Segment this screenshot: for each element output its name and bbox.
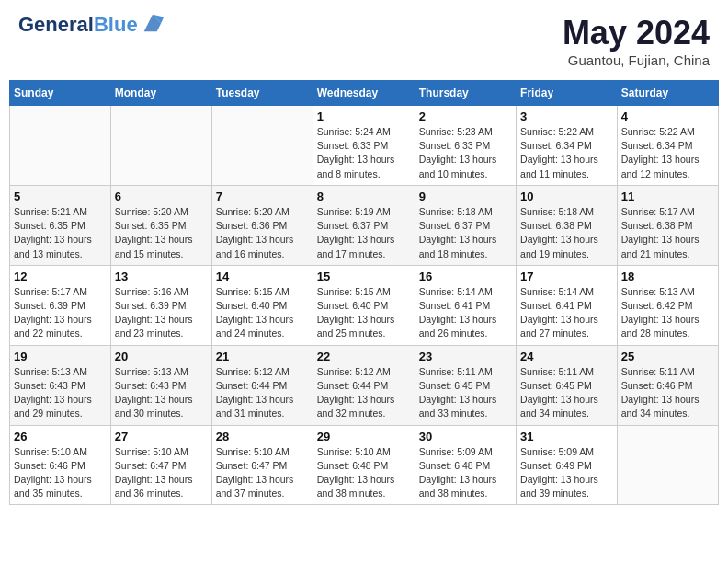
day-info: Sunrise: 5:21 AMSunset: 6:35 PMDaylight:… [14,205,107,261]
calendar-cell: 6Sunrise: 5:20 AMSunset: 6:35 PMDaylight… [110,185,211,265]
day-number: 24 [520,350,613,363]
day-info: Sunrise: 5:18 AMSunset: 6:37 PMDaylight:… [419,205,512,261]
calendar-cell: 5Sunrise: 5:21 AMSunset: 6:35 PMDaylight… [10,185,111,265]
calendar-cell: 29Sunrise: 5:10 AMSunset: 6:48 PMDayligh… [313,425,415,505]
day-number: 8 [317,190,411,203]
calendar-week-3: 12Sunrise: 5:17 AMSunset: 6:39 PMDayligh… [10,265,719,345]
calendar-cell: 7Sunrise: 5:20 AMSunset: 6:36 PMDaylight… [211,185,313,265]
day-info: Sunrise: 5:24 AMSunset: 6:33 PMDaylight:… [317,125,411,181]
day-info: Sunrise: 5:20 AMSunset: 6:36 PMDaylight:… [216,205,309,261]
calendar-cell: 18Sunrise: 5:13 AMSunset: 6:42 PMDayligh… [617,265,718,345]
calendar-cell: 26Sunrise: 5:10 AMSunset: 6:46 PMDayligh… [10,425,111,505]
calendar-body: 1Sunrise: 5:24 AMSunset: 6:33 PMDaylight… [10,106,719,505]
calendar-week-1: 1Sunrise: 5:24 AMSunset: 6:33 PMDaylight… [10,106,719,186]
calendar-cell: 3Sunrise: 5:22 AMSunset: 6:34 PMDaylight… [517,106,618,186]
calendar-week-2: 5Sunrise: 5:21 AMSunset: 6:35 PMDaylight… [10,185,719,265]
day-info: Sunrise: 5:12 AMSunset: 6:44 PMDaylight:… [216,365,309,421]
day-info: Sunrise: 5:17 AMSunset: 6:38 PMDaylight:… [621,205,714,261]
day-info: Sunrise: 5:14 AMSunset: 6:41 PMDaylight:… [419,285,512,341]
weekday-header-saturday: Saturday [617,81,718,106]
day-info: Sunrise: 5:11 AMSunset: 6:45 PMDaylight:… [419,365,512,421]
weekday-header-thursday: Thursday [415,81,516,106]
day-info: Sunrise: 5:11 AMSunset: 6:45 PMDaylight:… [520,365,613,421]
day-number: 2 [419,109,512,123]
day-number: 17 [520,270,613,283]
calendar-cell: 19Sunrise: 5:13 AMSunset: 6:43 PMDayligh… [10,345,111,425]
calendar-cell: 10Sunrise: 5:18 AMSunset: 6:38 PMDayligh… [517,185,618,265]
day-number: 29 [317,430,411,443]
calendar-cell: 4Sunrise: 5:22 AMSunset: 6:34 PMDaylight… [617,106,718,186]
day-info: Sunrise: 5:14 AMSunset: 6:41 PMDaylight:… [520,285,613,341]
day-number: 22 [317,350,411,363]
weekday-header-friday: Friday [517,81,618,106]
calendar-cell: 31Sunrise: 5:09 AMSunset: 6:49 PMDayligh… [517,425,618,505]
calendar-cell: 20Sunrise: 5:13 AMSunset: 6:43 PMDayligh… [110,345,211,425]
calendar-cell: 9Sunrise: 5:18 AMSunset: 6:37 PMDaylight… [415,185,516,265]
calendar-cell: 15Sunrise: 5:15 AMSunset: 6:40 PMDayligh… [313,265,415,345]
day-number: 15 [317,270,411,283]
calendar-cell: 11Sunrise: 5:17 AMSunset: 6:38 PMDayligh… [617,185,718,265]
weekday-header-tuesday: Tuesday [211,81,313,106]
day-info: Sunrise: 5:19 AMSunset: 6:37 PMDaylight:… [317,205,411,261]
calendar-week-5: 26Sunrise: 5:10 AMSunset: 6:46 PMDayligh… [10,425,719,505]
day-info: Sunrise: 5:13 AMSunset: 6:42 PMDaylight:… [621,285,714,341]
day-number: 21 [216,350,309,363]
weekday-header-row: SundayMondayTuesdayWednesdayThursdayFrid… [10,81,719,106]
day-info: Sunrise: 5:22 AMSunset: 6:34 PMDaylight:… [621,125,714,181]
day-info: Sunrise: 5:16 AMSunset: 6:39 PMDaylight:… [115,285,208,341]
calendar-cell [110,106,211,186]
day-number: 9 [419,190,512,203]
day-info: Sunrise: 5:23 AMSunset: 6:33 PMDaylight:… [419,125,512,181]
calendar-cell: 28Sunrise: 5:10 AMSunset: 6:47 PMDayligh… [211,425,313,505]
day-info: Sunrise: 5:12 AMSunset: 6:44 PMDaylight:… [317,365,411,421]
day-info: Sunrise: 5:13 AMSunset: 6:43 PMDaylight:… [115,365,208,421]
calendar-cell: 21Sunrise: 5:12 AMSunset: 6:44 PMDayligh… [211,345,313,425]
day-number: 13 [115,270,208,283]
day-number: 26 [14,430,107,443]
day-info: Sunrise: 5:22 AMSunset: 6:34 PMDaylight:… [520,125,613,181]
title-section: May 2024 Guantou, Fujian, China [563,14,710,68]
day-number: 19 [14,350,107,363]
day-number: 1 [317,109,411,123]
day-number: 23 [419,350,512,363]
day-number: 20 [115,350,208,363]
month-title: May 2024 [563,14,710,52]
day-number: 6 [115,190,208,203]
day-number: 18 [621,270,714,283]
day-number: 31 [520,430,613,443]
day-number: 14 [216,270,309,283]
day-number: 27 [115,430,208,443]
calendar-cell: 17Sunrise: 5:14 AMSunset: 6:41 PMDayligh… [517,265,618,345]
calendar-cell: 8Sunrise: 5:19 AMSunset: 6:37 PMDaylight… [313,185,415,265]
day-number: 28 [216,430,309,443]
logo-icon [140,10,165,36]
day-number: 10 [520,190,613,203]
day-number: 30 [419,430,512,443]
day-number: 16 [419,270,512,283]
calendar-cell [10,106,111,186]
day-info: Sunrise: 5:15 AMSunset: 6:40 PMDaylight:… [317,285,411,341]
day-number: 3 [520,109,613,123]
calendar-cell [211,106,313,186]
calendar-cell: 14Sunrise: 5:15 AMSunset: 6:40 PMDayligh… [211,265,313,345]
calendar-cell: 27Sunrise: 5:10 AMSunset: 6:47 PMDayligh… [110,425,211,505]
calendar-cell: 16Sunrise: 5:14 AMSunset: 6:41 PMDayligh… [415,265,516,345]
logo-text: GeneralBlue [18,15,138,35]
calendar-cell: 25Sunrise: 5:11 AMSunset: 6:46 PMDayligh… [617,345,718,425]
weekday-header-sunday: Sunday [10,81,111,106]
calendar-cell: 22Sunrise: 5:12 AMSunset: 6:44 PMDayligh… [313,345,415,425]
calendar-cell: 13Sunrise: 5:16 AMSunset: 6:39 PMDayligh… [110,265,211,345]
day-info: Sunrise: 5:15 AMSunset: 6:40 PMDaylight:… [216,285,309,341]
day-info: Sunrise: 5:18 AMSunset: 6:38 PMDaylight:… [520,205,613,261]
day-number: 12 [14,270,107,283]
day-number: 25 [621,350,714,363]
day-number: 11 [621,190,714,203]
day-info: Sunrise: 5:10 AMSunset: 6:47 PMDaylight:… [216,445,309,501]
day-info: Sunrise: 5:10 AMSunset: 6:47 PMDaylight:… [115,445,208,501]
weekday-header-monday: Monday [110,81,211,106]
day-number: 4 [621,109,714,123]
day-info: Sunrise: 5:09 AMSunset: 6:49 PMDaylight:… [520,445,613,501]
calendar-table: SundayMondayTuesdayWednesdayThursdayFrid… [9,80,719,505]
day-info: Sunrise: 5:10 AMSunset: 6:48 PMDaylight:… [317,445,411,501]
day-info: Sunrise: 5:13 AMSunset: 6:43 PMDaylight:… [14,365,107,421]
